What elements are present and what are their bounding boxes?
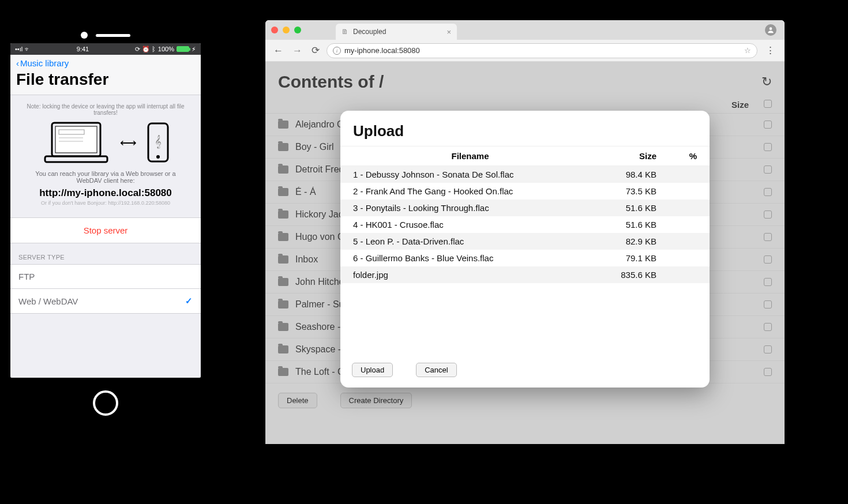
close-window-button[interactable] — [271, 27, 278, 33]
browser-toolbar: ← → ⟳ i my-iphone.local:58080 ☆ ⋮ — [265, 40, 785, 62]
battery-icon — [177, 46, 189, 52]
upload-file-row: folder.jpg835.6 KB — [340, 266, 710, 283]
address-bar[interactable]: i my-iphone.local:58080 ☆ — [327, 43, 757, 58]
status-right: ⟳ ⏰ ᛒ 100% ⚡︎ — [135, 46, 196, 53]
stop-server-button[interactable]: Stop server — [10, 217, 201, 243]
status-icons: ⟳ ⏰ ᛒ — [135, 46, 156, 53]
file-size: 98.4 KB — [587, 170, 656, 179]
close-tab-button[interactable]: × — [446, 28, 451, 36]
upload-file-row: 6 - Guillermo Banks - Blue Veins.flac79.… — [340, 250, 710, 266]
file-percent — [656, 253, 697, 263]
svg-point-7 — [156, 155, 160, 159]
upload-file-row: 3 - Ponytails - Looking Through.flac51.6… — [340, 200, 710, 216]
back-label: Music library — [20, 58, 69, 68]
upload-file-row: 5 - Leon P. - Data-Driven.flac82.9 KB — [340, 233, 710, 250]
checkmark-icon: ✓ — [185, 296, 193, 306]
upload-modal: Upload Filename Size % 1 - Debussy Johns… — [340, 111, 710, 388]
server-url: http://my-iphone.local:58080 — [10, 184, 201, 200]
modal-actions: Upload Cancel — [340, 356, 710, 388]
browser-menu-button[interactable]: ⋮ — [762, 43, 779, 58]
file-percent — [656, 270, 697, 280]
file-percent — [656, 236, 697, 246]
file-percent — [656, 203, 697, 213]
window-controls — [271, 27, 301, 33]
file-name: folder.jpg — [353, 270, 587, 280]
file-size: 835.6 KB — [587, 270, 656, 280]
status-time: 9:41 — [77, 46, 89, 52]
col-filename: Filename — [353, 151, 587, 161]
forward-nav-button[interactable]: → — [290, 44, 305, 58]
file-name: 1 - Debussy Johnson - Sonata De Sol.flac — [353, 170, 587, 179]
upload-button[interactable]: Upload — [352, 363, 393, 377]
person-icon — [767, 26, 775, 34]
upload-file-row: 1 - Debussy Johnson - Sonata De Sol.flac… — [340, 166, 710, 183]
file-name: 5 - Leon P. - Data-Driven.flac — [353, 236, 587, 246]
file-name: 4 - HK001 - Crusoe.flac — [353, 220, 587, 230]
file-size: 51.6 KB — [587, 220, 656, 230]
file-percent — [656, 220, 697, 230]
upload-table-header: Filename Size % — [340, 146, 710, 166]
file-name: 6 - Guillermo Banks - Blue Veins.flac — [353, 253, 587, 263]
site-info-icon[interactable]: i — [333, 47, 341, 55]
phone-camera-icon — [81, 32, 88, 39]
cancel-button[interactable]: Cancel — [416, 363, 456, 377]
file-name: 2 - Frank And The Gang - Hooked On.flac — [353, 186, 587, 196]
phone-screen: ••ıl ᯤ 9:41 ⟳ ⏰ ᛒ 100% ⚡︎ ‹ Music librar… — [10, 43, 201, 378]
col-size: Size — [587, 151, 656, 161]
modal-title: Upload — [340, 111, 710, 146]
file-name: 3 - Ponytails - Looking Through.flac — [353, 203, 587, 213]
tab-strip: 🗎 Decoupled × — [265, 20, 785, 40]
file-size: 79.1 KB — [587, 253, 656, 263]
server-type-header: SERVER TYPE — [10, 243, 201, 264]
upload-file-row: 4 - HK001 - Crusoe.flac51.6 KB — [340, 216, 710, 233]
status-bar: ••ıl ᯤ 9:41 ⟳ ⏰ ᛒ 100% ⚡︎ — [10, 43, 201, 55]
profile-button[interactable] — [765, 24, 776, 36]
phone-notch — [10, 20, 201, 43]
file-percent — [656, 186, 697, 196]
phone-icon: 𝄞 — [146, 122, 170, 163]
document-icon: 🗎 — [342, 28, 348, 36]
address-text: my-iphone.local:58080 — [344, 46, 420, 55]
upload-file-list: 1 - Debussy Johnson - Sonata De Sol.flac… — [340, 166, 710, 356]
minimize-window-button[interactable] — [283, 27, 290, 33]
svg-rect-5 — [45, 156, 107, 162]
server-type-option[interactable]: Web / WebDAV✓ — [10, 288, 201, 314]
option-label: Web / WebDAV — [18, 296, 78, 306]
back-button[interactable]: ‹ Music library — [16, 58, 195, 68]
reload-nav-button[interactable]: ⟳ — [309, 43, 322, 58]
back-nav-button[interactable]: ← — [271, 44, 286, 58]
phone-speaker-icon — [96, 34, 130, 37]
chevron-left-icon: ‹ — [16, 58, 19, 68]
server-alt-url: Or if you don't have Bonjour: http://192… — [10, 200, 201, 217]
upload-file-row: 2 - Frank And The Gang - Hooked On.flac7… — [340, 183, 710, 200]
file-size: 82.9 KB — [587, 236, 656, 246]
col-percent: % — [656, 151, 697, 161]
file-size: 51.6 KB — [587, 203, 656, 213]
status-battery-pct: 100% — [158, 46, 174, 52]
svg-point-9 — [770, 27, 772, 30]
laptop-icon — [42, 119, 111, 166]
tab-title: Decoupled — [353, 28, 386, 36]
instructions: You can reach your library via a Web bro… — [10, 170, 201, 184]
option-label: FTP — [18, 272, 35, 281]
note-text: Note: locking the device or leaving the … — [10, 95, 201, 119]
nav-bar: ‹ Music library File transfer — [10, 55, 201, 95]
file-percent — [656, 170, 697, 179]
home-button[interactable] — [93, 390, 118, 416]
maximize-window-button[interactable] — [294, 27, 301, 33]
browser-tab[interactable]: 🗎 Decoupled × — [336, 24, 457, 40]
server-type-option[interactable]: FTP — [10, 264, 201, 288]
sync-arrows-icon: ⟷ — [120, 136, 137, 149]
svg-rect-1 — [55, 126, 97, 153]
page-title: File transfer — [16, 70, 195, 89]
bookmark-star-icon[interactable]: ☆ — [744, 46, 751, 55]
svg-text:𝄞: 𝄞 — [155, 135, 162, 149]
transfer-diagram: ⟷ 𝄞 — [10, 119, 201, 170]
phone-device: ••ıl ᯤ 9:41 ⟳ ⏰ ᛒ 100% ⚡︎ ‹ Music librar… — [10, 20, 201, 416]
charging-icon: ⚡︎ — [192, 46, 196, 53]
file-size: 73.5 KB — [587, 186, 656, 196]
status-signal: ••ıl ᯤ — [15, 46, 31, 52]
